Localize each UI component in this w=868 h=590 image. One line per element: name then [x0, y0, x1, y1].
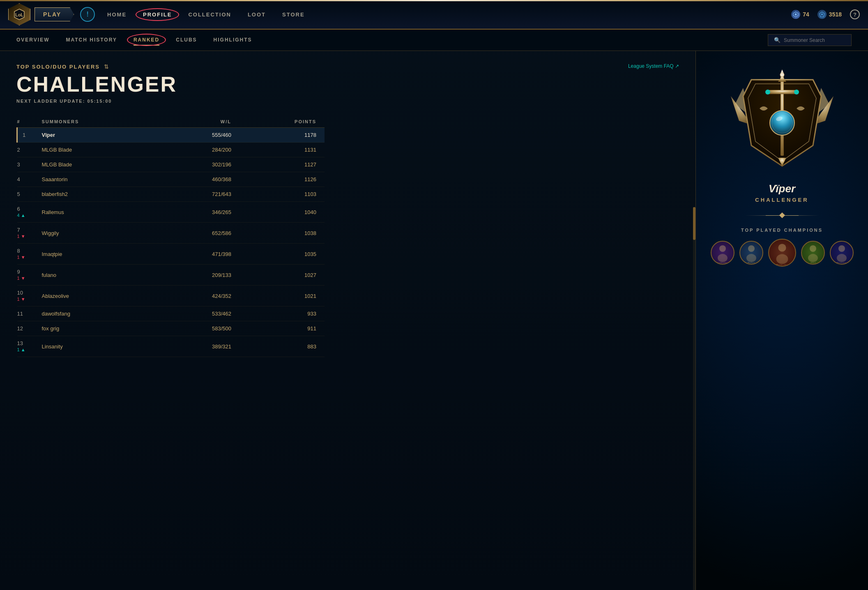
- notification-button[interactable]: !: [80, 7, 95, 22]
- rank-number: 4: [17, 176, 30, 182]
- cell-summoner[interactable]: MLGB Blade: [42, 143, 161, 157]
- svg-point-10: [770, 111, 794, 135]
- table-row[interactable]: 5 blaberfish2 721/643 1103: [17, 187, 325, 202]
- table-row[interactable]: 1 Vïper 555/460 1178: [17, 128, 325, 143]
- rank-number: 5: [17, 191, 30, 197]
- col-summoner: SUMMONERS: [42, 116, 161, 128]
- tab-match-history[interactable]: MATCH HISTORY: [66, 35, 117, 46]
- champion-icon[interactable]: Ahri: [801, 241, 825, 265]
- faq-link[interactable]: League System FAQ ↗: [628, 63, 679, 69]
- cell-points: 1127: [239, 157, 325, 172]
- summoner-name: blaberfish2: [42, 191, 68, 197]
- leaderboard-panel: League System FAQ ↗ TOP SOLO/DUO PLAYERS…: [0, 51, 695, 590]
- champion-silhouette: Talon: [741, 242, 762, 263]
- nav-store[interactable]: STORE: [282, 9, 305, 20]
- top-navigation: LoL PLAY ! HOME PROFILE COLLECTION LOOT …: [0, 0, 868, 30]
- cell-rank: 1: [17, 128, 42, 143]
- cell-summoner[interactable]: dawolfsfang: [42, 307, 161, 321]
- svg-text:Talon: Talon: [747, 261, 755, 263]
- table-row[interactable]: 12 fox grig 583/500 911: [17, 321, 325, 336]
- rank-change: 1 ▲: [17, 347, 25, 352]
- table-header: # SUMMONERS W/L POINTS: [17, 116, 325, 128]
- rank-number: 13: [17, 340, 30, 346]
- svg-point-25: [810, 245, 816, 252]
- cell-summoner[interactable]: Rallemus: [42, 202, 161, 223]
- profile-active-indicator: PROFILE: [143, 12, 172, 18]
- search-input[interactable]: [784, 37, 845, 43]
- table-row[interactable]: 2 MLGB Blade 284/200 1131: [17, 143, 325, 157]
- cell-rank: 12: [17, 321, 42, 336]
- nav-profile[interactable]: PROFILE: [143, 9, 172, 20]
- cell-rank: 2: [17, 143, 42, 157]
- summoner-name: Saaantorin: [42, 176, 68, 182]
- search-box[interactable]: 🔍: [768, 34, 852, 46]
- cell-points: 911: [239, 321, 325, 336]
- cell-rank: 5: [17, 187, 42, 202]
- cell-summoner[interactable]: Imaqtpie: [42, 244, 161, 265]
- cell-wl: 424/352: [161, 286, 239, 307]
- table-row[interactable]: 8 1 ▼ Imaqtpie 471/398 1035: [17, 244, 325, 265]
- rank-number: 3: [17, 161, 30, 168]
- cell-wl: 533/462: [161, 307, 239, 321]
- cell-summoner[interactable]: MLGB Blade: [42, 157, 161, 172]
- summoner-name: MLGB Blade: [42, 147, 72, 153]
- table-row[interactable]: 10 1 ▼ Ablazeolive 424/352 1021: [17, 286, 325, 307]
- ladder-update: NEXT LADDER UPDATE: 05:15:00: [16, 99, 679, 104]
- nav-right-area: 74 3518 ?: [791, 9, 860, 19]
- summoner-name: fox grig: [42, 325, 60, 332]
- cell-summoner[interactable]: Saaantorin: [42, 172, 161, 187]
- cell-rank: 7 1 ▼: [17, 223, 42, 244]
- table-row[interactable]: 7 1 ▼ Wiggily 652/586 1038: [17, 223, 325, 244]
- cell-rank: 6 4 ▲: [17, 202, 42, 223]
- rank-number: 7: [17, 227, 30, 233]
- cell-summoner[interactable]: blaberfish2: [42, 187, 161, 202]
- rank-change: 1 ▼: [17, 297, 25, 302]
- svg-point-4: [821, 14, 823, 15]
- svg-point-19: [748, 245, 755, 252]
- cell-summoner[interactable]: fulano: [42, 265, 161, 286]
- nav-collection[interactable]: COLLECTION: [188, 9, 231, 20]
- rank-number: 10: [17, 290, 30, 296]
- tab-overview[interactable]: OVERVIEW: [16, 35, 49, 46]
- table-row[interactable]: 9 1 ▼ fulano 209/133 1027: [17, 265, 325, 286]
- queue-selector-arrow[interactable]: ⇅: [104, 63, 109, 70]
- tab-highlights[interactable]: HIGHLIGHTS: [214, 35, 252, 46]
- table-row[interactable]: 3 MLGB Blade 302/196 1127: [17, 157, 325, 172]
- cell-summoner[interactable]: Ablazeolive: [42, 286, 161, 307]
- cell-rank: 3: [17, 157, 42, 172]
- champion-icon[interactable]: Rengar: [830, 241, 854, 265]
- cell-summoner[interactable]: Wiggily: [42, 223, 161, 244]
- cell-summoner[interactable]: Vïper: [42, 128, 161, 143]
- be-icon: [817, 10, 827, 19]
- queue-type-area: TOP SOLO/DUO PLAYERS ⇅: [16, 63, 679, 70]
- table-row[interactable]: 11 dawolfsfang 533/462 933: [17, 307, 325, 321]
- table-row[interactable]: 6 4 ▲ Rallemus 346/265 1040: [17, 202, 325, 223]
- summoner-name: MLGB Blade: [42, 161, 72, 168]
- play-button[interactable]: PLAY: [35, 7, 74, 21]
- nav-loot[interactable]: LOOT: [248, 9, 266, 20]
- champion-icon[interactable]: Talon: [739, 241, 763, 265]
- svg-rect-6: [768, 90, 797, 94]
- cell-points: 1126: [239, 172, 325, 187]
- main-navigation: HOME PROFILE COLLECTION LOOT STORE: [107, 9, 791, 20]
- table-row[interactable]: 13 1 ▲ Linsanity 389/321 883: [17, 336, 325, 357]
- help-button[interactable]: ?: [850, 9, 860, 19]
- cell-wl: 583/500: [161, 321, 239, 336]
- col-wl: W/L: [161, 116, 239, 128]
- champion-icon[interactable]: Draven: [768, 239, 796, 267]
- tab-ranked[interactable]: RANKED: [134, 35, 159, 46]
- game-logo[interactable]: LoL: [8, 3, 30, 25]
- champion-icon[interactable]: Katarina: [711, 241, 734, 265]
- cell-wl: 721/643: [161, 187, 239, 202]
- summoner-name: Wiggily: [42, 230, 59, 236]
- table-row[interactable]: 4 Saaantorin 460/368 1126: [17, 172, 325, 187]
- cell-wl: 460/368: [161, 172, 239, 187]
- summoner-name: dawolfsfang: [42, 311, 70, 317]
- cell-summoner[interactable]: fox grig: [42, 321, 161, 336]
- nav-home[interactable]: HOME: [107, 9, 127, 20]
- cell-wl: 209/133: [161, 265, 239, 286]
- cell-summoner[interactable]: Linsanity: [42, 336, 161, 357]
- summoner-name: Ablazeolive: [42, 293, 69, 299]
- tab-clubs[interactable]: CLUBS: [176, 35, 197, 46]
- col-rank: #: [17, 116, 42, 128]
